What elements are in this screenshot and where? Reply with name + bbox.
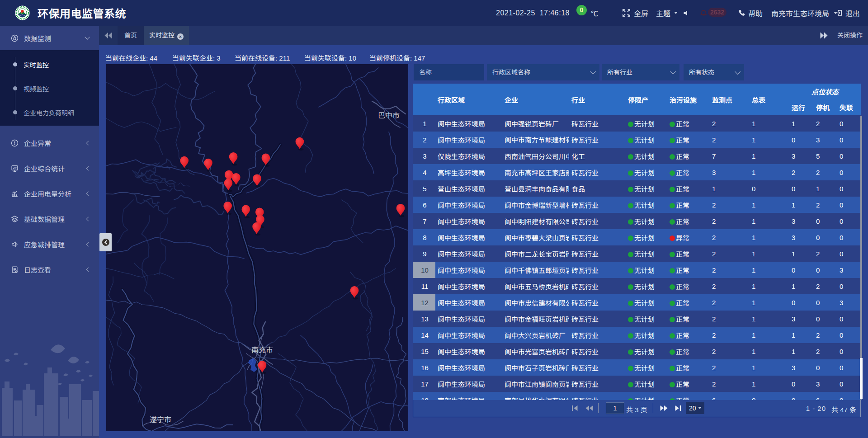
svg-text:南充市: 南充市 [251,346,273,354]
svg-text:遂宁市: 遂宁市 [150,416,171,424]
svg-text:巴中市: 巴中市 [378,112,400,119]
